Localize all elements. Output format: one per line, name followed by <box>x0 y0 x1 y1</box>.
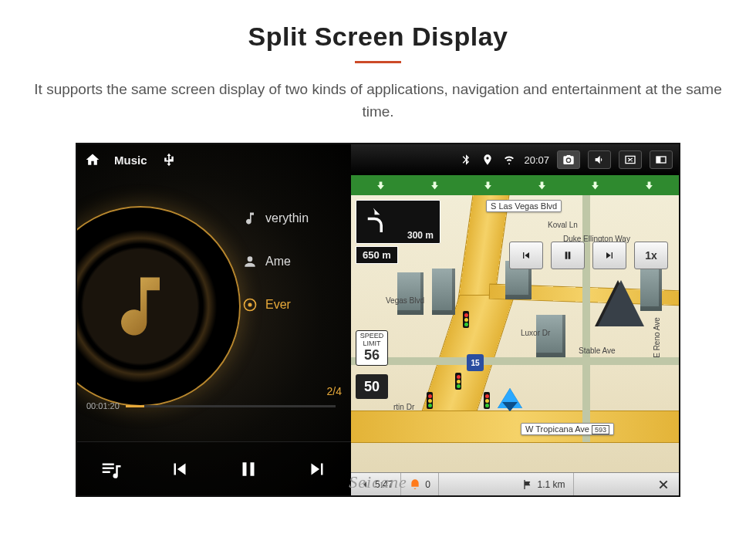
navigation-app: 300 m 650 m 1x SPEED LIMIT 56 50 15 S La… <box>351 175 679 495</box>
arrow-down-icon <box>482 180 494 191</box>
title-underline <box>355 61 401 63</box>
interstate-shield: 15 <box>467 354 484 371</box>
traffic-light-icon <box>455 373 461 390</box>
nav-alert-count: 0 <box>425 479 430 490</box>
street-label: W Tropicana Ave 593 <box>521 423 614 435</box>
sim-speed-button[interactable]: 1x <box>634 242 668 269</box>
page-description: It supports the same screen display of t… <box>31 79 725 123</box>
close-window-button[interactable] <box>619 150 642 169</box>
traffic-light-icon <box>427 392 433 409</box>
note-icon <box>242 211 258 226</box>
nav-destination-button[interactable]: 1.1 km <box>514 473 574 495</box>
music-header-label: Music <box>114 154 147 167</box>
track-label: Ever <box>265 298 291 312</box>
arrow-down-icon <box>536 180 548 191</box>
svg-point-1 <box>248 303 252 307</box>
track-row[interactable]: Ame <box>242 240 346 283</box>
target-icon <box>242 297 258 313</box>
page-title: Split Screen Display <box>0 22 756 52</box>
nav-lane-bar <box>351 175 679 195</box>
road-tropicana <box>351 411 679 442</box>
track-label: verythin <box>265 211 309 225</box>
turn-secondary: 650 m <box>356 246 398 264</box>
svg-rect-3 <box>656 157 660 163</box>
street-label: S Las Vegas Blvd <box>486 200 562 212</box>
flag-icon <box>521 478 534 491</box>
status-bar: 20:07 <box>351 144 679 175</box>
nav-dest-distance: 1.1 km <box>538 479 565 490</box>
nav-alert-button[interactable]: 0 <box>401 473 439 495</box>
sim-next-button[interactable] <box>592 242 626 269</box>
road-minor <box>582 195 590 442</box>
track-row[interactable]: verythin <box>242 197 346 240</box>
arrow-down-icon <box>375 180 386 191</box>
street-label: Luxor Dr <box>517 328 554 338</box>
arrow-down-icon <box>643 180 655 191</box>
heading-arrow-icon <box>498 388 522 408</box>
nav-close-button[interactable] <box>648 473 679 495</box>
building-icon <box>640 265 662 311</box>
track-counter: 2/4 <box>327 385 342 397</box>
music-note-icon <box>102 268 179 345</box>
playlist-button[interactable] <box>96 454 127 485</box>
sim-prev-button[interactable] <box>509 242 543 269</box>
nav-back-time: 5:47 <box>375 479 393 490</box>
traffic-light-icon <box>463 311 469 328</box>
traffic-light-icon <box>484 392 490 409</box>
turn-instruction: 300 m <box>356 200 440 244</box>
sim-pause-button[interactable] <box>551 242 585 269</box>
progress-bar[interactable]: 00:01:20 <box>86 397 342 414</box>
location-icon <box>481 153 494 167</box>
device-screenshot: Music verythin Ame E <box>77 144 679 495</box>
album-art-disc <box>77 206 241 407</box>
building-icon <box>432 269 455 315</box>
alert-icon <box>409 478 421 491</box>
pyramid-icon <box>598 280 644 326</box>
next-button[interactable] <box>302 454 332 485</box>
pause-button[interactable] <box>233 454 264 485</box>
usb-icon[interactable] <box>161 152 177 167</box>
status-time: 20:07 <box>524 154 549 166</box>
close-icon <box>657 478 670 491</box>
progress-track[interactable] <box>126 405 336 407</box>
route-sim-controls: 1x <box>509 242 668 269</box>
road-minor <box>351 357 679 365</box>
street-label: Vegas Blvd <box>382 296 428 306</box>
turn-distance: 300 m <box>407 230 434 241</box>
speed-limit-sign: SPEED LIMIT 56 <box>356 330 388 366</box>
volume-button[interactable] <box>588 150 611 169</box>
nav-back-button[interactable]: 5:47 <box>351 473 401 495</box>
music-app: Music verythin Ame E <box>77 144 351 495</box>
street-label: Koval Ln <box>544 220 582 230</box>
artist-icon <box>242 254 258 269</box>
building-icon <box>397 272 424 315</box>
street-label: E Reno Ave <box>652 313 662 362</box>
track-row[interactable]: Ever <box>242 283 346 326</box>
arrow-down-icon <box>589 180 601 191</box>
music-body: verythin Ame Ever 2/4 00:01:20 <box>77 175 351 422</box>
arrow-down-icon <box>429 180 440 191</box>
screenshot-button[interactable] <box>557 150 580 169</box>
street-label: Stable Ave <box>575 346 619 356</box>
bluetooth-icon <box>459 153 473 167</box>
time-elapsed: 00:01:20 <box>86 401 120 411</box>
split-toggle-button[interactable] <box>650 150 673 169</box>
home-icon[interactable] <box>85 152 100 167</box>
nav-map[interactable]: 300 m 650 m 1x SPEED LIMIT 56 50 15 S La… <box>351 195 679 472</box>
speed-limit-value: 56 <box>356 348 387 363</box>
track-label: Ame <box>265 255 291 269</box>
prev-button[interactable] <box>164 454 195 485</box>
music-top-bar: Music <box>77 144 351 175</box>
wifi-icon <box>502 153 516 167</box>
route-shield-50: 50 <box>356 374 388 399</box>
street-label: rtin Dr <box>390 402 418 412</box>
speed-limit-label: SPEED LIMIT <box>356 333 387 348</box>
turn-left-icon <box>361 205 393 240</box>
back-arrow-icon <box>359 478 371 491</box>
nav-bottom-bar: 5:47 0 1.1 km <box>351 472 679 495</box>
track-list: verythin Ame Ever <box>242 197 346 326</box>
music-controls <box>77 441 351 495</box>
